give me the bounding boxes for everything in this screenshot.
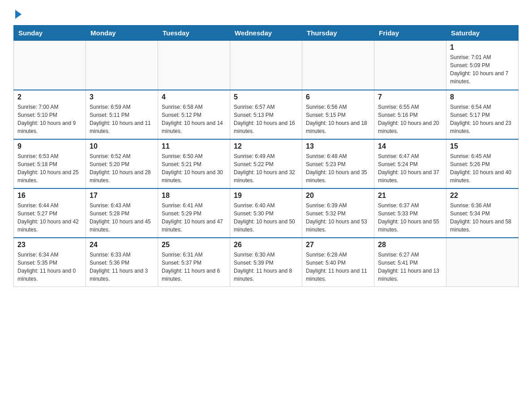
calendar-cell: 20Sunrise: 6:39 AMSunset: 5:32 PMDayligh… (302, 188, 374, 238)
calendar-cell: 7Sunrise: 6:55 AMSunset: 5:16 PMDaylight… (374, 90, 446, 139)
day-number: 6 (306, 93, 370, 101)
day-number: 21 (378, 192, 442, 200)
day-info: Sunrise: 6:49 AMSunset: 5:22 PMDaylight:… (234, 152, 298, 184)
day-info: Sunrise: 7:01 AMSunset: 5:09 PMDaylight:… (450, 53, 515, 86)
weekday-header-friday: Friday (374, 26, 446, 41)
calendar-cell (86, 41, 158, 90)
day-info: Sunrise: 6:27 AMSunset: 5:41 PMDaylight:… (378, 251, 442, 283)
day-info: Sunrise: 6:45 AMSunset: 5:26 PMDaylight:… (450, 152, 515, 184)
day-number: 8 (450, 93, 515, 101)
calendar-cell: 28Sunrise: 6:27 AMSunset: 5:41 PMDayligh… (374, 238, 446, 287)
day-info: Sunrise: 6:41 AMSunset: 5:29 PMDaylight:… (162, 201, 226, 234)
day-number: 15 (450, 142, 515, 150)
calendar-table: SundayMondayTuesdayWednesdayThursdayFrid… (13, 25, 519, 287)
day-number: 7 (378, 93, 442, 101)
calendar-week-3: 9Sunrise: 6:53 AMSunset: 5:18 PMDaylight… (14, 139, 519, 188)
calendar-cell: 27Sunrise: 6:28 AMSunset: 5:40 PMDayligh… (302, 238, 374, 287)
day-info: Sunrise: 6:53 AMSunset: 5:18 PMDaylight:… (17, 152, 82, 184)
day-number: 14 (378, 142, 442, 150)
day-number: 5 (234, 93, 298, 101)
calendar-week-5: 23Sunrise: 6:34 AMSunset: 5:35 PMDayligh… (14, 238, 519, 287)
calendar-cell: 5Sunrise: 6:57 AMSunset: 5:13 PMDaylight… (230, 90, 302, 139)
calendar-cell: 19Sunrise: 6:40 AMSunset: 5:30 PMDayligh… (230, 188, 302, 238)
day-number: 10 (90, 142, 154, 150)
day-info: Sunrise: 6:56 AMSunset: 5:15 PMDaylight:… (306, 103, 370, 135)
weekday-header-row: SundayMondayTuesdayWednesdayThursdayFrid… (14, 26, 519, 41)
weekday-header-monday: Monday (86, 26, 158, 41)
day-info: Sunrise: 6:37 AMSunset: 5:33 PMDaylight:… (378, 201, 442, 234)
day-info: Sunrise: 6:57 AMSunset: 5:13 PMDaylight:… (234, 103, 298, 135)
weekday-header-thursday: Thursday (302, 26, 374, 41)
day-info: Sunrise: 6:31 AMSunset: 5:37 PMDaylight:… (162, 251, 226, 283)
day-number: 9 (17, 142, 82, 150)
calendar-cell (230, 41, 302, 90)
calendar-cell: 4Sunrise: 6:58 AMSunset: 5:12 PMDaylight… (158, 90, 230, 139)
calendar-cell: 25Sunrise: 6:31 AMSunset: 5:37 PMDayligh… (158, 238, 230, 287)
day-info: Sunrise: 6:54 AMSunset: 5:17 PMDaylight:… (450, 103, 515, 135)
calendar-cell (374, 41, 446, 90)
day-info: Sunrise: 6:44 AMSunset: 5:27 PMDaylight:… (17, 201, 82, 234)
calendar-cell: 13Sunrise: 6:48 AMSunset: 5:23 PMDayligh… (302, 139, 374, 188)
day-info: Sunrise: 6:48 AMSunset: 5:23 PMDaylight:… (306, 152, 370, 184)
day-info: Sunrise: 6:47 AMSunset: 5:24 PMDaylight:… (378, 152, 442, 184)
day-number: 22 (450, 192, 515, 200)
calendar-cell (446, 238, 519, 287)
day-number: 17 (90, 192, 154, 200)
calendar-cell: 16Sunrise: 6:44 AMSunset: 5:27 PMDayligh… (14, 188, 86, 238)
day-info: Sunrise: 6:30 AMSunset: 5:39 PMDaylight:… (234, 251, 298, 283)
calendar-cell: 15Sunrise: 6:45 AMSunset: 5:26 PMDayligh… (446, 139, 519, 188)
calendar-week-1: 1Sunrise: 7:01 AMSunset: 5:09 PMDaylight… (14, 41, 519, 90)
day-number: 16 (17, 192, 82, 200)
day-info: Sunrise: 6:28 AMSunset: 5:40 PMDaylight:… (306, 251, 370, 283)
calendar-cell: 24Sunrise: 6:33 AMSunset: 5:36 PMDayligh… (86, 238, 158, 287)
day-number: 20 (306, 192, 370, 200)
calendar-cell: 18Sunrise: 6:41 AMSunset: 5:29 PMDayligh… (158, 188, 230, 238)
calendar-cell: 9Sunrise: 6:53 AMSunset: 5:18 PMDaylight… (14, 139, 86, 188)
day-info: Sunrise: 6:59 AMSunset: 5:11 PMDaylight:… (90, 103, 154, 135)
day-number: 25 (162, 241, 226, 249)
calendar-cell: 11Sunrise: 6:50 AMSunset: 5:21 PMDayligh… (158, 139, 230, 188)
weekday-header-wednesday: Wednesday (230, 26, 302, 41)
day-info: Sunrise: 6:58 AMSunset: 5:12 PMDaylight:… (162, 103, 226, 135)
day-info: Sunrise: 6:40 AMSunset: 5:30 PMDaylight:… (234, 201, 298, 234)
calendar-cell: 22Sunrise: 6:36 AMSunset: 5:34 PMDayligh… (446, 188, 519, 238)
day-number: 23 (17, 241, 82, 249)
day-number: 24 (90, 241, 154, 249)
weekday-header-sunday: Sunday (14, 26, 86, 41)
logo (13, 9, 21, 17)
day-info: Sunrise: 6:50 AMSunset: 5:21 PMDaylight:… (162, 152, 226, 184)
day-number: 18 (162, 192, 226, 200)
day-info: Sunrise: 6:52 AMSunset: 5:20 PMDaylight:… (90, 152, 154, 184)
page-header (13, 9, 519, 17)
calendar-cell: 21Sunrise: 6:37 AMSunset: 5:33 PMDayligh… (374, 188, 446, 238)
day-info: Sunrise: 6:34 AMSunset: 5:35 PMDaylight:… (17, 251, 82, 283)
calendar-cell: 17Sunrise: 6:43 AMSunset: 5:28 PMDayligh… (86, 188, 158, 238)
day-number: 19 (234, 192, 298, 200)
day-info: Sunrise: 7:00 AMSunset: 5:10 PMDaylight:… (17, 103, 82, 135)
calendar-cell (302, 41, 374, 90)
day-number: 12 (234, 142, 298, 150)
day-info: Sunrise: 6:33 AMSunset: 5:36 PMDaylight:… (90, 251, 154, 283)
day-number: 11 (162, 142, 226, 150)
calendar-cell (158, 41, 230, 90)
day-info: Sunrise: 6:43 AMSunset: 5:28 PMDaylight:… (90, 201, 154, 234)
weekday-header-tuesday: Tuesday (158, 26, 230, 41)
day-number: 3 (90, 93, 154, 101)
calendar-cell: 14Sunrise: 6:47 AMSunset: 5:24 PMDayligh… (374, 139, 446, 188)
day-number: 4 (162, 93, 226, 101)
weekday-header-saturday: Saturday (446, 26, 519, 41)
calendar-week-4: 16Sunrise: 6:44 AMSunset: 5:27 PMDayligh… (14, 188, 519, 238)
day-number: 13 (306, 142, 370, 150)
day-number: 27 (306, 241, 370, 249)
calendar-cell: 2Sunrise: 7:00 AMSunset: 5:10 PMDaylight… (14, 90, 86, 139)
calendar-cell: 8Sunrise: 6:54 AMSunset: 5:17 PMDaylight… (446, 90, 519, 139)
day-number: 1 (450, 43, 515, 51)
calendar-cell (14, 41, 86, 90)
day-number: 2 (17, 93, 82, 101)
logo-arrow-icon (15, 10, 21, 19)
calendar-cell: 12Sunrise: 6:49 AMSunset: 5:22 PMDayligh… (230, 139, 302, 188)
calendar-week-2: 2Sunrise: 7:00 AMSunset: 5:10 PMDaylight… (14, 90, 519, 139)
calendar-cell: 1Sunrise: 7:01 AMSunset: 5:09 PMDaylight… (446, 41, 519, 90)
calendar-cell: 26Sunrise: 6:30 AMSunset: 5:39 PMDayligh… (230, 238, 302, 287)
day-number: 26 (234, 241, 298, 249)
